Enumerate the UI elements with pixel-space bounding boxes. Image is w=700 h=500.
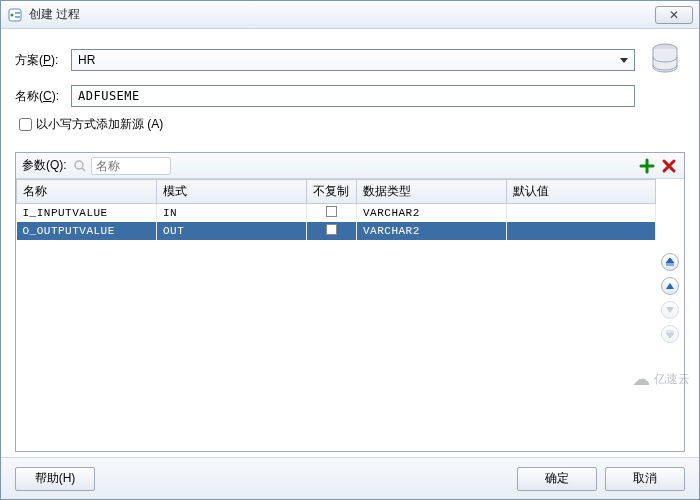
close-icon: ✕ (669, 8, 679, 22)
parameter-search-input[interactable] (91, 157, 171, 175)
scheme-label: 方案(P): (15, 52, 71, 69)
table-row[interactable]: I_INPUTVALUE IN VARCHAR2 (17, 204, 656, 223)
ok-button[interactable]: 确定 (517, 467, 597, 491)
close-button[interactable]: ✕ (655, 6, 693, 24)
move-down-button[interactable] (661, 301, 679, 319)
table-row[interactable]: O_OUTPUTVALUE OUT VARCHAR2 (17, 222, 656, 240)
add-parameter-button[interactable] (638, 157, 656, 175)
titlebar: 创建 过程 ✕ (1, 1, 699, 29)
dialog-footer: 帮助(H) 确定 取消 (1, 457, 699, 499)
svg-point-3 (75, 161, 83, 169)
parameters-table: 名称 模式 不复制 数据类型 默认值 I_INPUTVALUE IN VARC (16, 179, 656, 451)
create-procedure-dialog: 创建 过程 ✕ 方案(P): HR 名称(C): (0, 0, 700, 500)
column-header-name[interactable]: 名称 (17, 180, 157, 204)
database-icon (645, 43, 685, 77)
svg-point-1 (11, 13, 14, 16)
delete-parameter-button[interactable] (660, 157, 678, 175)
lowercase-label: 以小写方式添加新源 (A) (36, 116, 163, 133)
dialog-title: 创建 过程 (29, 6, 80, 23)
procedure-icon (7, 7, 23, 23)
column-header-nocopy[interactable]: 不复制 (307, 180, 357, 204)
cancel-button[interactable]: 取消 (605, 467, 685, 491)
column-header-mode[interactable]: 模式 (157, 180, 307, 204)
name-input[interactable] (71, 85, 635, 107)
nocopy-checkbox[interactable] (326, 206, 337, 217)
nocopy-checkbox[interactable] (326, 224, 337, 235)
column-header-default[interactable]: 默认值 (507, 180, 656, 204)
scheme-select[interactable]: HR (71, 49, 635, 71)
chevron-down-icon (620, 58, 628, 63)
move-top-button[interactable] (661, 253, 679, 271)
scheme-value: HR (78, 53, 95, 67)
help-button[interactable]: 帮助(H) (15, 467, 95, 491)
search-icon (73, 159, 87, 173)
column-header-datatype[interactable]: 数据类型 (357, 180, 507, 204)
move-up-button[interactable] (661, 277, 679, 295)
move-bottom-button[interactable] (661, 325, 679, 343)
name-label: 名称(C): (15, 88, 71, 105)
parameters-label: 参数(Q): (22, 157, 67, 174)
lowercase-checkbox[interactable] (19, 118, 32, 131)
reorder-controls (660, 253, 680, 343)
parameters-panel: 参数(Q): (15, 152, 685, 452)
